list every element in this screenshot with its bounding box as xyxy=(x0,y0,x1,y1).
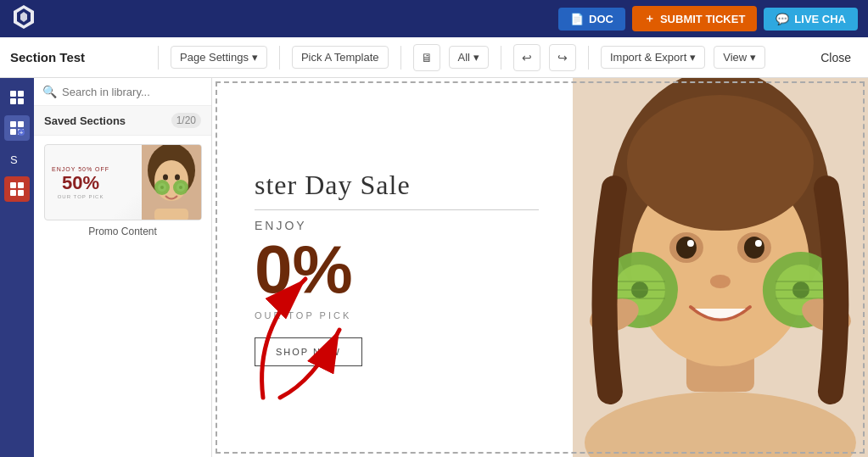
undo-icon[interactable]: ↩ xyxy=(513,44,540,71)
svg-rect-5 xyxy=(10,98,16,104)
toolbar: Section Test Page Settings ▾ Pick A Temp… xyxy=(0,37,868,78)
svg-point-28 xyxy=(179,186,182,189)
import-export-button[interactable]: Import & Export ▾ xyxy=(601,46,705,69)
toolbar-separator-2 xyxy=(279,46,280,70)
pick-template-label: Pick A Template xyxy=(301,51,379,64)
svg-rect-17 xyxy=(18,190,24,196)
redo-icon[interactable]: ↪ xyxy=(549,44,576,71)
ticket-icon: ＋ xyxy=(644,11,655,26)
shop-now-button[interactable]: SHOP NOW xyxy=(255,337,362,366)
sale-right-image xyxy=(573,78,868,457)
chevron-down-icon: ▾ xyxy=(252,51,258,64)
saved-sections-title: Saved Sections xyxy=(44,114,126,127)
toolbar-separator-1 xyxy=(158,46,159,70)
close-button[interactable]: Close xyxy=(814,47,858,69)
search-input[interactable] xyxy=(62,86,203,98)
shopify-icon[interactable]: S xyxy=(4,146,30,171)
svg-rect-16 xyxy=(10,190,16,196)
sale-left-content: ster Day Sale ENJOY 0% OUR TOP PICK SHOP… xyxy=(212,78,573,457)
submit-ticket-button[interactable]: ＋ SUBMIT TICKET xyxy=(632,6,757,31)
chat-label: LIVE CHA xyxy=(794,13,846,25)
search-bar: 🔍 xyxy=(34,78,211,106)
doc-label: DOC xyxy=(589,13,613,25)
svg-point-36 xyxy=(676,237,697,259)
toolbar-separator-5 xyxy=(588,46,589,70)
saved-sections-count: 1/20 xyxy=(171,113,201,128)
svg-rect-29 xyxy=(154,209,188,220)
chevron-down-icon-3: ▾ xyxy=(690,51,696,64)
thumbnail-sub: OUR TOP PICK xyxy=(58,194,104,199)
canvas-content: ster Day Sale ENJOY 0% OUR TOP PICK SHOP… xyxy=(212,78,868,457)
page-settings-label: Page Settings xyxy=(180,51,249,64)
device-icon[interactable]: 🖥 xyxy=(413,44,440,71)
svg-point-37 xyxy=(744,237,764,259)
logo xyxy=(10,3,37,34)
canvas-area: ster Day Sale ENJOY 0% OUR TOP PICK SHOP… xyxy=(212,78,868,457)
sale-banner: ster Day Sale ENJOY 0% OUR TOP PICK SHOP… xyxy=(212,78,868,457)
doc-button[interactable]: 📄 DOC xyxy=(558,8,625,31)
import-export-label: Import & Export xyxy=(610,51,686,64)
device-all-button[interactable]: All ▾ xyxy=(449,46,489,69)
page-settings-button[interactable]: Page Settings ▾ xyxy=(171,46,267,69)
section-thumbnail: ENJOY 50% OFF 50% OUR TOP PICK xyxy=(44,144,202,220)
device-all-label: All xyxy=(458,51,470,64)
svg-text:+: + xyxy=(20,129,24,136)
sale-enjoy: ENJOY xyxy=(255,219,539,232)
svg-point-56 xyxy=(627,95,814,231)
svg-rect-6 xyxy=(18,98,24,104)
svg-rect-7 xyxy=(10,121,16,127)
main-area: + S 🔍 Saved Sections 1/20 xyxy=(0,78,868,457)
thumbnail-percent: 50% xyxy=(62,174,99,192)
thumbnail-text: ENJOY 50% OFF 50% OUR TOP PICK xyxy=(52,166,109,199)
svg-rect-9 xyxy=(10,129,16,135)
svg-point-21 xyxy=(163,175,168,181)
sale-title: ster Day Sale xyxy=(255,170,539,210)
section-label: Promo Content xyxy=(44,226,201,237)
svg-rect-3 xyxy=(10,91,16,97)
live-chat-button[interactable]: 💬 LIVE CHA xyxy=(764,8,858,31)
sidebar-icons: + S xyxy=(0,78,34,457)
view-button[interactable]: View ▾ xyxy=(714,46,765,69)
pick-template-button[interactable]: Pick A Template xyxy=(292,46,389,69)
sale-percent: 0% xyxy=(255,236,539,304)
chat-icon: 💬 xyxy=(776,13,789,25)
sale-subtitle: OUR TOP PICK xyxy=(255,310,539,320)
svg-text:S: S xyxy=(10,153,18,166)
toolbar-separator-4 xyxy=(501,46,501,70)
close-label: Close xyxy=(820,51,851,64)
ticket-label: SUBMIT TICKET xyxy=(660,13,745,25)
doc-icon: 📄 xyxy=(570,13,584,25)
svg-point-40 xyxy=(710,275,731,288)
page-title: Section Test xyxy=(10,50,146,64)
svg-rect-15 xyxy=(18,182,24,188)
svg-rect-14 xyxy=(10,182,16,188)
svg-rect-4 xyxy=(18,91,24,97)
thumbnail-image xyxy=(142,145,201,220)
svg-point-25 xyxy=(160,186,164,189)
view-label: View xyxy=(723,51,747,64)
top-nav-buttons: 📄 DOC ＋ SUBMIT TICKET 💬 LIVE CHA xyxy=(558,6,858,31)
search-icon: 🔍 xyxy=(42,85,57,98)
thumbnail-discount-label: ENJOY 50% OFF xyxy=(52,166,109,172)
apps-icon[interactable] xyxy=(4,176,30,202)
sections-icon[interactable] xyxy=(4,85,30,110)
add-section-icon[interactable]: + xyxy=(4,115,30,141)
svg-point-39 xyxy=(755,240,762,247)
section-promo-item[interactable]: ENJOY 50% OFF 50% OUR TOP PICK xyxy=(34,136,211,246)
svg-point-22 xyxy=(175,175,180,181)
svg-rect-8 xyxy=(18,121,24,127)
top-navigation: 📄 DOC ＋ SUBMIT TICKET 💬 LIVE CHA xyxy=(0,0,868,37)
left-panel: 🔍 Saved Sections 1/20 ENJOY 50% OFF 50% … xyxy=(34,78,212,457)
saved-sections-header: Saved Sections 1/20 xyxy=(34,106,211,136)
chevron-down-icon-2: ▾ xyxy=(473,51,479,64)
sale-image-bg xyxy=(573,78,868,457)
chevron-down-icon-4: ▾ xyxy=(750,51,756,64)
svg-point-38 xyxy=(687,240,694,247)
toolbar-separator-3 xyxy=(400,46,401,70)
